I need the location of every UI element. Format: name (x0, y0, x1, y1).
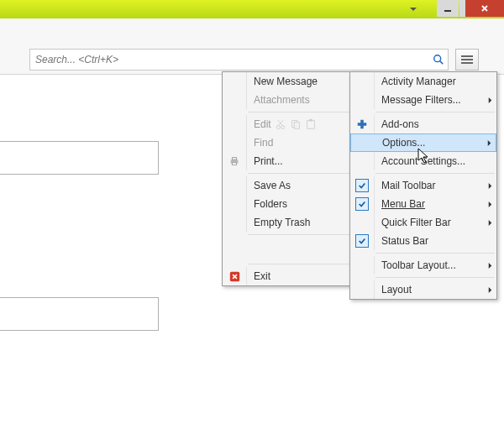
search-box[interactable] (29, 49, 449, 71)
submenu-arrow-icon (483, 287, 496, 293)
menu-label: Account Settings... (375, 155, 483, 167)
copy-icon (290, 118, 302, 130)
svg-line-5 (440, 61, 444, 65)
svg-point-4 (434, 55, 441, 62)
menu-item-new-message[interactable]: New Message (223, 72, 367, 91)
menu-item-addons[interactable]: Add-ons (350, 115, 496, 133)
content-box (0, 297, 159, 331)
menu-item-find: Find (223, 133, 367, 152)
menu-label: Menu Bar (375, 198, 483, 210)
menu-item-menu-bar[interactable]: Menu Bar (350, 195, 496, 213)
menu-item-quick-filter-bar[interactable]: Quick Filter Bar (350, 213, 496, 232)
menu-label: Print... (247, 155, 354, 167)
options-submenu: Activity Manager Message Filters... Add-… (349, 71, 497, 300)
hamburger-icon (461, 55, 473, 64)
svg-line-8 (277, 120, 282, 126)
svg-point-7 (281, 125, 284, 128)
menu-label: Activity Manager (375, 76, 483, 87)
menu-separator (375, 173, 495, 174)
menu-label: Toolbar Layout... (375, 259, 483, 271)
svg-line-9 (278, 120, 283, 126)
menu-item-folders[interactable]: Folders (223, 195, 367, 213)
menu-separator (375, 277, 495, 278)
submenu-arrow-icon (482, 140, 496, 146)
menu-label: Find (247, 137, 354, 149)
submenu-arrow-icon (483, 97, 496, 103)
menu-item-account-settings[interactable]: Account Settings... (350, 152, 496, 170)
search-input[interactable] (30, 54, 429, 65)
svg-point-6 (276, 125, 280, 128)
menu-label: Save As (247, 180, 354, 191)
menu-label: Mail Toolbar (375, 180, 483, 191)
menu-separator (248, 112, 365, 112)
menu-separator (375, 253, 495, 254)
menu-label: Quick Filter Bar (375, 217, 483, 228)
title-bar (0, 0, 504, 18)
submenu-arrow-icon (483, 183, 496, 189)
menu-spacer (223, 238, 367, 261)
paste-icon (305, 118, 317, 130)
menu-item-mail-toolbar[interactable]: Mail Toolbar (350, 176, 496, 195)
menu-separator (248, 234, 365, 235)
menu-label: Attachments (247, 94, 354, 106)
menu-label: Folders (247, 198, 354, 210)
checked-icon (355, 179, 369, 192)
menu-separator (375, 112, 495, 112)
app-menu-button[interactable] (455, 49, 479, 71)
menu-item-attachments: Attachments (223, 91, 367, 109)
menu-item-message-filters[interactable]: Message Filters... (350, 91, 496, 109)
menu-item-status-bar[interactable]: Status Bar (350, 232, 496, 250)
menu-separator (248, 173, 365, 174)
menu-label: Options... (375, 137, 482, 149)
cut-icon (275, 118, 286, 130)
menu-label: New Message (247, 76, 354, 87)
menu-item-edit: Edit (223, 115, 367, 133)
menu-label: Exit (247, 270, 354, 282)
menu-label: Message Filters... (375, 94, 483, 106)
menu-item-exit[interactable]: Exit (223, 267, 367, 285)
titlebar-dropdown-icon[interactable] (407, 3, 420, 16)
svg-rect-16 (232, 163, 236, 165)
menu-item-print[interactable]: Print... (223, 152, 367, 170)
print-icon (223, 152, 247, 170)
svg-rect-12 (307, 121, 314, 129)
checked-icon (355, 234, 369, 248)
menu-label: Status Bar (375, 235, 483, 247)
close-button[interactable] (465, 0, 504, 17)
exit-icon (223, 267, 247, 285)
svg-rect-11 (294, 122, 299, 128)
submenu-arrow-icon (483, 263, 496, 269)
menu-item-empty-trash[interactable]: Empty Trash (223, 213, 367, 232)
submenu-arrow-icon (483, 220, 496, 226)
submenu-arrow-icon (483, 201, 496, 207)
content-box (0, 141, 159, 175)
menu-item-options[interactable]: Options... (350, 133, 496, 152)
addons-icon (350, 115, 375, 133)
menu-label: Empty Trash (247, 217, 354, 228)
menu-label: Edit (247, 118, 271, 130)
menu-item-layout[interactable]: Layout (350, 280, 496, 299)
checked-icon (355, 197, 369, 211)
search-icon[interactable] (429, 54, 448, 65)
app-menu: New Message Attachments Edit Find Print.… (222, 71, 368, 286)
edit-icons (275, 118, 317, 130)
menu-item-toolbar-layout[interactable]: Toolbar Layout... (350, 256, 496, 275)
menu-item-activity-manager[interactable]: Activity Manager (350, 72, 496, 91)
menu-item-save-as[interactable]: Save As (223, 176, 367, 195)
svg-rect-13 (309, 119, 312, 122)
menu-label: Add-ons (375, 118, 483, 130)
menu-separator (248, 264, 365, 264)
menu-label: Layout (375, 284, 483, 296)
minimize-button[interactable] (437, 0, 459, 17)
svg-rect-15 (232, 158, 236, 160)
